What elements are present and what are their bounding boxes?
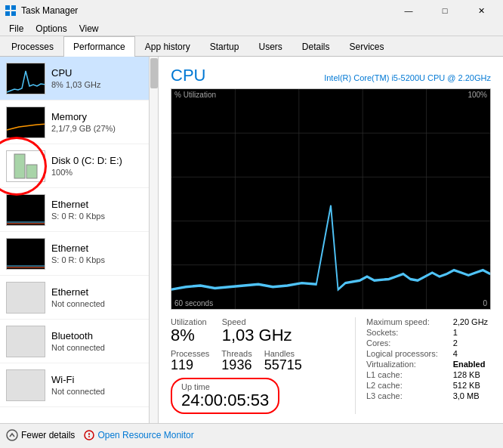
tab-apphistory[interactable]: App history (135, 36, 200, 57)
menu-options[interactable]: Options (29, 22, 73, 36)
resource-monitor-icon (84, 430, 94, 440)
l1-label: L1 cache: (366, 370, 441, 379)
sidebar-scrollbar[interactable] (149, 57, 158, 423)
tab-details[interactable]: Details (292, 36, 340, 57)
open-resource-monitor-button[interactable]: Open Resource Monitor (84, 430, 193, 440)
max-speed-value: 2,20 GHz (453, 317, 491, 326)
logical-label: Logical processors: (366, 349, 441, 358)
ethernet2-label: Ethernet (51, 243, 105, 254)
disk-label: Disk 0 (C: D: E:) (51, 155, 122, 166)
memory-label: Memory (51, 111, 116, 122)
svg-point-29 (88, 436, 90, 437)
sidebar: CPU 8% 1,03 GHz Memory 2,1/7,9 GB (27%) (0, 57, 159, 423)
handles-stat: Handles 55715 (264, 349, 302, 373)
ethernet1-mini-graph (6, 194, 45, 226)
svg-rect-1 (11, 5, 16, 10)
chart-y-label: % Utilization (174, 91, 216, 99)
fewer-details-label: Fewer details (21, 430, 75, 440)
sidebar-item-bluetooth[interactable]: Bluetooth Not connected (0, 320, 158, 363)
svg-point-26 (7, 430, 17, 440)
svg-rect-2 (5, 11, 10, 16)
title-bar: Task Manager — □ ✕ (0, 0, 503, 21)
chevron-up-icon (6, 429, 18, 441)
ethernet3-subtitle: Not connected (51, 299, 105, 308)
tab-performance[interactable]: Performance (63, 36, 135, 57)
main-content: CPU 8% 1,03 GHz Memory 2,1/7,9 GB (27%) (0, 57, 503, 423)
disk-mini-graph (6, 150, 45, 182)
sidebar-item-ethernet3[interactable]: Ethernet Not connected (0, 276, 158, 320)
svg-rect-8 (26, 165, 37, 178)
cpu-panel: CPU Intel(R) Core(TM) i5-5200U CPU @ 2.2… (159, 57, 503, 423)
fewer-details-button[interactable]: Fewer details (6, 429, 75, 441)
processes-value: 119 (171, 358, 209, 373)
sidebar-item-disk[interactable]: Disk 0 (C: D: E:) 100% (0, 144, 158, 188)
tab-bar: Processes Performance App history Startu… (0, 36, 503, 57)
svg-rect-12 (7, 239, 45, 270)
ethernet3-mini-graph (6, 282, 45, 314)
svg-rect-7 (14, 154, 25, 178)
maximize-button[interactable]: □ (427, 3, 462, 18)
wifi-subtitle: Not connected (51, 387, 105, 396)
app-icon (5, 5, 17, 17)
svg-rect-15 (7, 283, 45, 314)
bluetooth-mini-graph (6, 326, 45, 357)
logical-value: 4 (453, 349, 491, 358)
speed-stat: Speed 1,03 GHz (222, 317, 292, 344)
panel-title: CPU (171, 66, 205, 85)
wifi-label: Wi-Fi (51, 374, 105, 385)
memory-subtitle: 2,1/7,9 GB (27%) (51, 124, 116, 133)
speed-value: 1,03 GHz (222, 326, 292, 344)
ethernet2-subtitle: S: 0 R: 0 Kbps (51, 255, 105, 264)
uptime-container: Up time 24:00:05:53 (171, 378, 343, 414)
sidebar-item-memory[interactable]: Memory 2,1/7,9 GB (27%) (0, 100, 158, 144)
memory-mini-graph (6, 107, 45, 138)
svg-rect-6 (7, 151, 45, 181)
l3-value: 3,0 MB (453, 391, 491, 400)
disk-subtitle: 100% (51, 168, 122, 177)
tab-users[interactable]: Users (248, 36, 292, 57)
cpu-label: CPU (51, 67, 100, 79)
sidebar-item-ethernet1[interactable]: Ethernet S: 0 R: 0 Kbps (0, 188, 158, 232)
wifi-mini-graph (6, 369, 45, 401)
bluetooth-label: Bluetooth (51, 330, 105, 341)
sidebar-item-ethernet2[interactable]: Ethernet S: 0 R: 0 Kbps (0, 232, 158, 276)
close-button[interactable]: ✕ (464, 3, 498, 18)
svg-rect-9 (7, 195, 45, 226)
max-speed-label: Maximum speed: (366, 317, 441, 326)
sockets-label: Sockets: (366, 328, 441, 337)
threads-value: 1936 (221, 358, 252, 373)
uptime-value: 24:00:05:53 (181, 391, 269, 409)
utilization-stat: Utilization 8% (171, 317, 207, 344)
virt-value: Enabled (453, 360, 491, 369)
bottom-bar: Fewer details Open Resource Monitor (0, 423, 503, 446)
l2-label: L2 cache: (366, 381, 441, 390)
svg-rect-5 (7, 107, 45, 138)
ethernet3-label: Ethernet (51, 286, 105, 298)
utilization-value: 8% (171, 326, 207, 344)
tab-startup[interactable]: Startup (200, 36, 249, 57)
svg-rect-17 (7, 370, 45, 401)
panel-subtitle: Intel(R) Core(TM) i5-5200U CPU @ 2.20GHz (324, 73, 491, 82)
threads-stat: Threads 1936 (221, 349, 252, 373)
processes-stat: Processes 119 (171, 349, 209, 373)
menu-file[interactable]: File (3, 22, 29, 36)
svg-rect-3 (11, 11, 16, 16)
chart-x-left: 60 seconds (174, 299, 213, 307)
window-title: Task Manager (21, 5, 78, 16)
ethernet2-mini-graph (6, 238, 45, 270)
minimize-button[interactable]: — (391, 3, 426, 18)
sidebar-item-wifi[interactable]: Wi-Fi Not connected (0, 363, 158, 407)
svg-rect-0 (5, 5, 10, 10)
ethernet1-subtitle: S: 0 R: 0 Kbps (51, 212, 105, 221)
chart-x-right: 0 (483, 299, 487, 307)
ethernet1-label: Ethernet (51, 199, 105, 210)
tab-processes[interactable]: Processes (2, 36, 63, 57)
svg-rect-16 (7, 326, 45, 357)
sidebar-item-cpu[interactable]: CPU 8% 1,03 GHz (0, 57, 158, 100)
cores-value: 2 (453, 338, 491, 348)
cpu-chart: % Utilization 100% 60 seconds 0 (171, 88, 491, 310)
menu-view[interactable]: View (73, 22, 105, 36)
cpu-mini-graph (6, 63, 45, 94)
uptime-label: Up time (181, 382, 269, 391)
tab-services[interactable]: Services (340, 36, 394, 57)
